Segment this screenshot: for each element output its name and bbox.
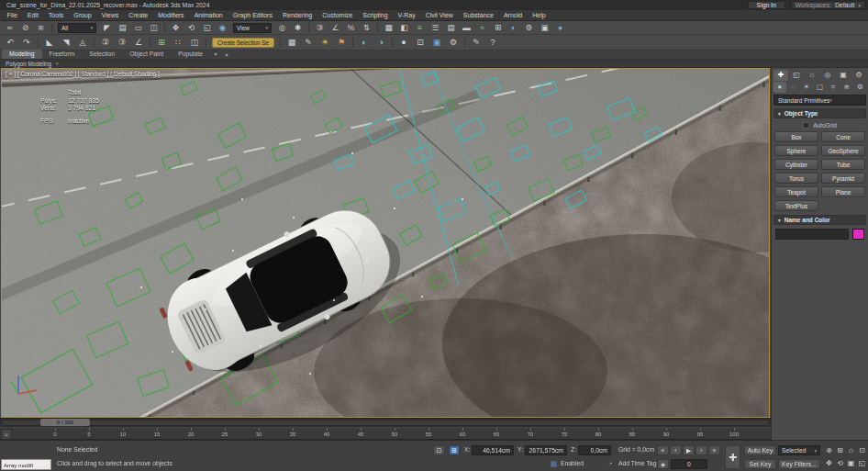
menu-item-civil-view[interactable]: Civil View: [420, 10, 458, 21]
create-plane-button[interactable]: Plane: [821, 186, 865, 197]
object-type-rollout[interactable]: ▾ Object Type: [773, 108, 866, 118]
unlink-selection-icon[interactable]: ⊘: [19, 22, 32, 34]
select-parent-icon[interactable]: ◥: [60, 37, 72, 49]
align-icon[interactable]: ≡: [414, 22, 427, 34]
select-and-scale-icon[interactable]: ◱: [201, 22, 214, 34]
schematic-view-icon[interactable]: ⊞: [492, 22, 505, 34]
orbit-icon[interactable]: ⟲: [835, 457, 845, 469]
ribbon-config-arrow-icon[interactable]: ▾: [210, 50, 221, 59]
sunlight-icon[interactable]: ☀: [318, 37, 331, 49]
rendered-frame-window-icon[interactable]: ▣: [539, 22, 551, 34]
isolate-selection-icon[interactable]: ◬: [76, 37, 89, 49]
time-slider-thumb[interactable]: 0 / 100: [40, 419, 90, 426]
select-and-link-icon[interactable]: ∞: [4, 22, 17, 34]
space-warps-category-icon[interactable]: ≋: [840, 82, 853, 93]
display-tab-icon[interactable]: ▣: [836, 70, 851, 81]
lights-category-icon[interactable]: ☀: [800, 82, 813, 93]
vray-settings-icon[interactable]: ⚙: [447, 37, 460, 49]
help-icon[interactable]: ?: [486, 37, 499, 49]
undo-icon[interactable]: ↶: [4, 37, 17, 49]
set-key-button[interactable]: Set Key: [744, 459, 776, 469]
play-button[interactable]: ▶: [683, 445, 695, 455]
ribbon-tab-freeform[interactable]: Freeform: [42, 50, 83, 59]
create-cylinder-button[interactable]: Cylinder: [774, 159, 818, 170]
absolute-mode-toggle-icon[interactable]: ⊞: [449, 445, 460, 455]
reference-coordinate-dropdown[interactable]: View▾: [233, 23, 272, 33]
create-geosphere-button[interactable]: GeoSphere: [821, 145, 865, 156]
angle-snap-icon[interactable]: ∠: [132, 37, 145, 49]
clone-icon[interactable]: ◫: [188, 37, 201, 49]
snaps-toggle-icon[interactable]: ③: [314, 22, 327, 34]
viewport-canvas[interactable]: [2, 69, 769, 417]
create-teapot-button[interactable]: Teapot: [774, 186, 818, 197]
menu-item-group[interactable]: Group: [69, 10, 96, 21]
object-name-input[interactable]: [775, 229, 849, 240]
create-cone-button[interactable]: Cone: [821, 131, 865, 142]
vray-frame-buffer-icon[interactable]: ▣: [430, 37, 443, 49]
viewport[interactable]: [ + ] [ Corona Camera002 ] [ Standard ] …: [1, 68, 770, 418]
hierarchy-tab-icon[interactable]: ⌂: [805, 70, 819, 81]
timeline-ruler[interactable]: ≈ 05101520253035404550556065707580859095…: [0, 427, 771, 440]
current-frame-field[interactable]: 0: [671, 459, 707, 469]
light-mix-icon[interactable]: ◑: [374, 37, 387, 49]
snap-3d-icon[interactable]: ③: [116, 37, 128, 49]
x-coord-field[interactable]: 46,514cm: [472, 445, 514, 455]
edit-named-selection-sets-icon[interactable]: ▦: [383, 22, 395, 34]
key-mode-toggle-icon[interactable]: ◈: [657, 459, 669, 469]
menu-item-rendering[interactable]: Rendering: [277, 10, 317, 21]
ribbon-tab-object-paint[interactable]: Object Paint: [122, 50, 171, 59]
zoom-icon[interactable]: ⊕: [824, 444, 834, 456]
mini-curve-editor-icon[interactable]: ≈: [1, 429, 12, 440]
ribbon-tab-populate[interactable]: Populate: [171, 50, 210, 59]
zoom-all-icon[interactable]: ⊞: [835, 444, 845, 456]
menu-item-scripting[interactable]: Scripting: [358, 10, 393, 21]
set-keys-button[interactable]: ✚: [725, 445, 740, 469]
toggle-ribbon-icon[interactable]: ▬: [461, 22, 473, 34]
timeline-slider[interactable]: 0 / 100: [0, 418, 771, 427]
motion-tab-icon[interactable]: ◎: [820, 70, 835, 81]
mirror-icon[interactable]: ◧: [398, 22, 411, 34]
material-override-icon[interactable]: ◐: [358, 37, 371, 49]
create-pyramid-button[interactable]: Pyramid: [821, 173, 865, 184]
menu-item-create[interactable]: Create: [124, 10, 153, 21]
menu-item-help[interactable]: Help: [528, 10, 551, 21]
select-child-icon[interactable]: ◣: [43, 37, 56, 49]
helpers-category-icon[interactable]: ⌗: [827, 82, 840, 93]
spinner-snap-toggle-icon[interactable]: ⇅: [361, 22, 373, 34]
menu-item-animation[interactable]: Animation: [189, 10, 228, 21]
select-and-place-icon[interactable]: ◉: [217, 22, 229, 34]
toggle-layer-explorer-icon[interactable]: ▤: [445, 22, 458, 34]
timeline-track[interactable]: [2, 420, 769, 426]
window-crossing-toggle-icon[interactable]: ◫: [148, 22, 161, 34]
zoom-region-icon[interactable]: ⊡: [857, 444, 867, 456]
angle-snap-toggle-icon[interactable]: ∠: [329, 22, 342, 34]
ribbon-strip[interactable]: Polygon Modeling ▾: [0, 60, 868, 68]
snap-2d-icon[interactable]: ②: [99, 37, 112, 49]
create-box-button[interactable]: Box: [774, 131, 818, 142]
use-pivot-point-center-icon[interactable]: ◎: [276, 22, 289, 34]
create-torus-button[interactable]: Torus: [774, 173, 818, 184]
ribbon-tab-modeling[interactable]: Modeling: [2, 50, 42, 59]
z-coord-field[interactable]: 0,0cm: [578, 445, 611, 455]
curve-editor-icon[interactable]: ≈: [476, 22, 489, 34]
material-editor-icon[interactable]: ◐: [507, 22, 520, 34]
create-sphere-button[interactable]: Sphere: [774, 145, 818, 156]
modify-tab-icon[interactable]: ◱: [789, 70, 804, 81]
create-tab-icon[interactable]: ✚: [773, 70, 788, 81]
render-setup-icon[interactable]: ⚙: [523, 22, 536, 34]
previous-frame-button[interactable]: ‹: [670, 445, 682, 455]
name-and-color-rollout[interactable]: ▾ Name and Color: [773, 215, 866, 225]
key-filters-button[interactable]: Key Filters...: [778, 459, 820, 469]
zoom-extents-icon[interactable]: ⌂: [846, 444, 856, 456]
pan-icon[interactable]: ✥: [824, 457, 834, 469]
bind-to-space-warp-icon[interactable]: ≋: [35, 22, 48, 34]
selection-filter-dropdown[interactable]: All▾: [58, 23, 96, 33]
rectangular-selection-region-icon[interactable]: ▭: [132, 22, 145, 34]
select-by-name-icon[interactable]: ▤: [117, 22, 129, 34]
sign-in-button[interactable]: Sign In: [748, 1, 785, 9]
workspaces-dropdown[interactable]: Workspaces: Default ▾: [791, 1, 865, 9]
cameras-category-icon[interactable]: ▢: [814, 82, 827, 93]
ribbon-pin-icon[interactable]: ▴: [221, 50, 232, 59]
menu-item-edit[interactable]: Edit: [22, 10, 43, 21]
primitives-dropdown[interactable]: Standard Primitives ▾: [773, 95, 866, 106]
